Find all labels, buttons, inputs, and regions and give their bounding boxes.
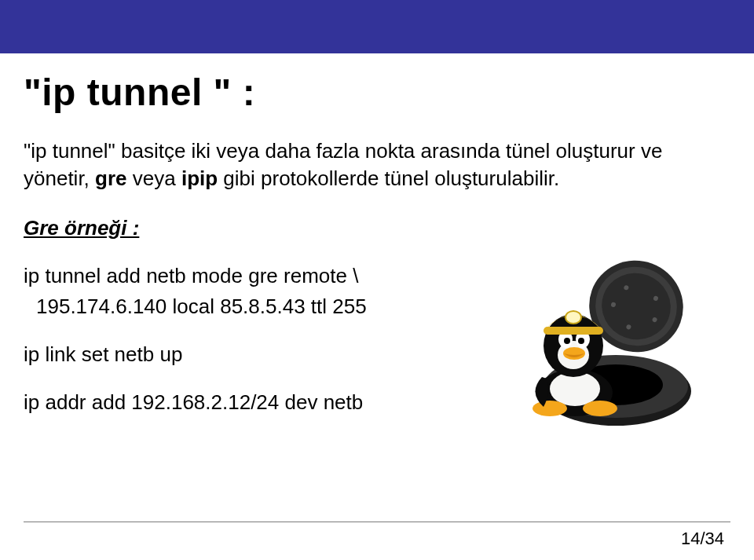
description-paragraph: "ip tunnel" basitçe iki veya daha fazla … [24,137,675,192]
page-number: 14/34 [681,529,724,549]
para-text: gibi protokollerde tünel oluşturulabilir… [218,167,559,190]
para-bold-ipip: ipip [181,167,218,190]
para-bold-gre: gre [95,167,126,190]
svg-point-23 [583,401,617,416]
tux-manhole-icon [496,259,693,446]
slide-title: "ip tunnel " : [24,71,730,114]
svg-rect-20 [544,327,603,335]
para-text: " [24,139,31,163]
para-text: veya [127,167,181,190]
svg-point-17 [564,338,570,344]
footer-rule [24,522,730,522]
topbar [0,0,754,53]
example-heading: Gre örneği : [24,216,730,240]
svg-point-22 [533,401,567,416]
svg-point-19 [563,347,585,360]
svg-point-18 [578,338,584,344]
svg-point-21 [566,311,581,324]
slide-page: "ip tunnel " : "ip tunnel" basitçe iki v… [0,0,754,560]
